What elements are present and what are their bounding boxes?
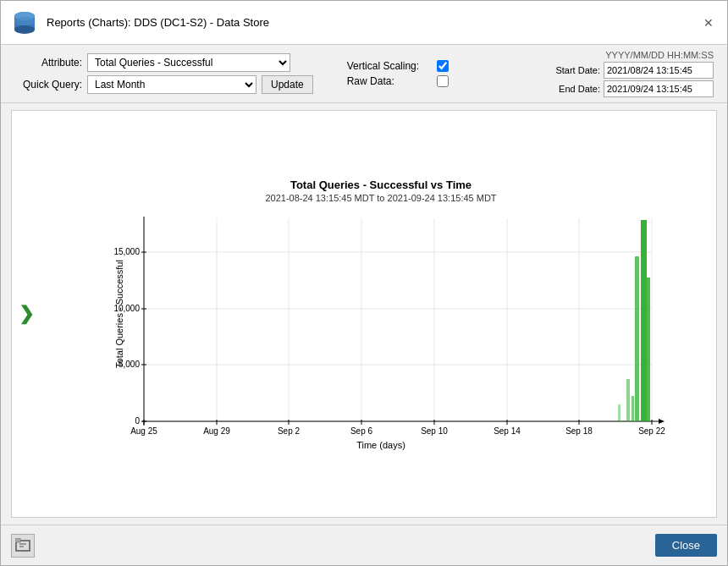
start-date-input[interactable] — [604, 62, 714, 79]
chart-subtitle: 2021-08-24 13:15:45 MDT to 2021-09-24 13… — [93, 193, 669, 203]
footer-bar: Close — [1, 525, 727, 565]
close-dialog-button[interactable]: Close — [655, 534, 717, 557]
end-date-label: End Date: — [549, 84, 600, 94]
x-axis-label: Time (days) — [93, 440, 669, 450]
chart-inner: Total Queries - Successful vs Time 2021-… — [93, 179, 669, 466]
svg-text:10,000: 10,000 — [113, 304, 140, 313]
chart-svg: 0 5,000 10,000 15,000 — [93, 210, 669, 438]
svg-text:5,000: 5,000 — [119, 360, 140, 369]
app-icon — [11, 9, 38, 36]
main-window: Reports (Charts): DDS (DC1-S2) - Data St… — [0, 0, 728, 566]
export-icon[interactable] — [11, 534, 35, 558]
vertical-scaling-checkbox[interactable] — [437, 60, 449, 72]
toolbar-left: Attribute: Total Queries - SuccessfulTot… — [14, 53, 313, 94]
chart-title: Total Queries - Successful vs Time — [93, 179, 669, 191]
svg-rect-54 — [15, 538, 20, 542]
quick-query-select[interactable]: Last HourLast DayLast WeekLast MonthLast… — [87, 75, 256, 94]
svg-text:Sep 10: Sep 10 — [421, 426, 448, 436]
svg-rect-50 — [618, 404, 620, 421]
date-format-hint: YYYY/MM/DD HH:MM:SS — [549, 50, 714, 60]
title-bar-left: Reports (Charts): DDS (DC1-S2) - Data St… — [11, 9, 269, 36]
svg-rect-45 — [641, 220, 647, 421]
svg-text:Sep 22: Sep 22 — [638, 426, 665, 436]
date-section: YYYY/MM/DD HH:MM:SS Start Date: End Date… — [549, 50, 714, 97]
chevron-left-icon[interactable]: ❯ — [19, 303, 34, 325]
chart-area: ❯ Total Queries - Successful Total Queri… — [11, 110, 717, 518]
vertical-section: Vertical Scaling: Raw Data: — [347, 60, 449, 87]
chart-plot: 0 5,000 10,000 15,000 — [93, 210, 669, 438]
svg-text:15,000: 15,000 — [113, 247, 140, 256]
window-close-button[interactable]: ✕ — [700, 14, 717, 31]
svg-point-2 — [14, 25, 35, 34]
start-date-label: Start Date: — [549, 65, 600, 75]
toolbar: Attribute: Total Queries - SuccessfulTot… — [1, 45, 727, 103]
svg-text:Aug 29: Aug 29 — [203, 426, 230, 436]
svg-rect-47 — [647, 278, 650, 421]
start-date-row: Start Date: — [549, 62, 714, 79]
svg-text:Sep 2: Sep 2 — [278, 426, 301, 436]
attribute-row: Attribute: Total Queries - SuccessfulTot… — [14, 53, 313, 72]
svg-text:Aug 25: Aug 25 — [130, 426, 157, 436]
end-date-input[interactable] — [604, 80, 714, 97]
attribute-select[interactable]: Total Queries - SuccessfulTotal Queries … — [87, 53, 290, 72]
quick-query-label: Quick Query: — [14, 79, 82, 91]
window-title: Reports (Charts): DDS (DC1-S2) - Data St… — [47, 16, 269, 29]
svg-rect-48 — [626, 379, 630, 421]
update-button[interactable]: Update — [262, 75, 313, 94]
raw-data-checkbox[interactable] — [437, 75, 449, 87]
title-bar: Reports (Charts): DDS (DC1-S2) - Data St… — [1, 1, 727, 45]
svg-text:Sep 14: Sep 14 — [494, 426, 521, 436]
svg-marker-19 — [659, 419, 665, 424]
svg-rect-46 — [635, 256, 639, 421]
svg-point-4 — [14, 17, 35, 25]
raw-data-row: Raw Data: — [347, 75, 449, 87]
svg-text:Sep 6: Sep 6 — [350, 426, 373, 436]
svg-text:Sep 18: Sep 18 — [565, 426, 593, 436]
svg-text:0: 0 — [135, 416, 140, 426]
raw-data-label: Raw Data: — [347, 75, 432, 87]
export-svg — [15, 538, 30, 553]
svg-rect-49 — [631, 396, 634, 421]
quick-query-row: Quick Query: Last HourLast DayLast WeekL… — [14, 75, 313, 94]
end-date-row: End Date: — [549, 80, 714, 97]
vertical-scaling-row: Vertical Scaling: — [347, 60, 449, 72]
attribute-label: Attribute: — [14, 57, 82, 69]
vertical-scaling-label: Vertical Scaling: — [347, 60, 432, 72]
